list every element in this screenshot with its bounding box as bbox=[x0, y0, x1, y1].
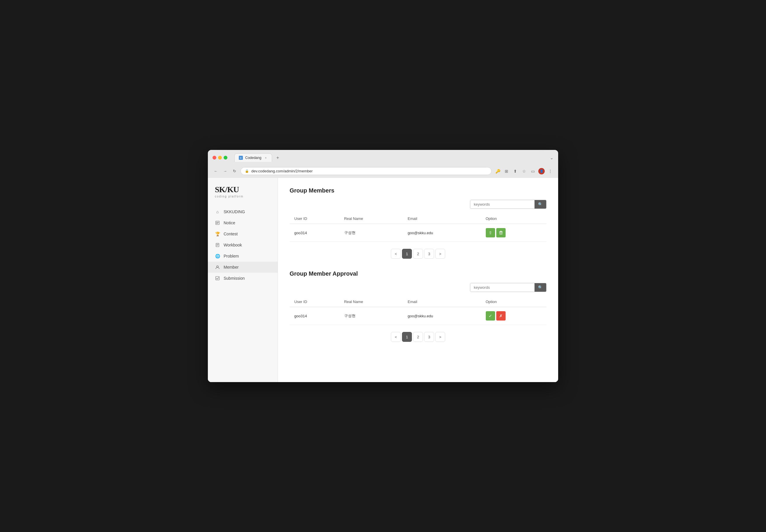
member-real-name: 구성현 bbox=[340, 224, 403, 242]
svg-rect-9 bbox=[216, 277, 219, 280]
approval-search-row: 🔍 bbox=[290, 283, 546, 292]
prev-page-button-1[interactable]: < bbox=[391, 249, 401, 259]
col-real-name-2: Real Name bbox=[340, 297, 403, 307]
app-container: SK/KU coding platform ⌂ SKKUDING bbox=[208, 178, 558, 382]
page-2-button-2[interactable]: 2 bbox=[413, 332, 423, 342]
approval-search-button[interactable]: 🔍 bbox=[534, 283, 546, 292]
tab-label: Codedang bbox=[245, 156, 261, 160]
notice-icon bbox=[215, 220, 220, 225]
approval-pagination: < 1 2 3 > bbox=[290, 332, 546, 342]
table-row: goo314 구성현 goo@skku.edu ✓ ✗ bbox=[290, 307, 546, 325]
logo-area: SK/KU coding platform bbox=[208, 185, 278, 206]
reload-button[interactable]: ↻ bbox=[231, 168, 238, 174]
sidebar-item-workbook[interactable]: Workbook bbox=[208, 239, 278, 251]
window-chevron-icon[interactable]: ⌄ bbox=[550, 155, 553, 160]
sidebar-item-skkuding[interactable]: ⌂ SKKUDING bbox=[208, 206, 278, 217]
group-members-search-button[interactable]: 🔍 bbox=[534, 200, 546, 209]
approval-table: User ID Real Name Email Option goo314 구성… bbox=[290, 297, 546, 325]
group-member-approval-title: Group Member Approval bbox=[290, 270, 546, 277]
table-row: goo314 구성현 goo@skku.edu ⇧ bbox=[290, 224, 546, 242]
trophy-icon: 🏆 bbox=[215, 231, 220, 237]
page-1-button-1[interactable]: 1 bbox=[402, 249, 412, 259]
traffic-lights bbox=[213, 156, 228, 160]
sidebar-item-problem[interactable]: 🌐 Problem bbox=[208, 251, 278, 262]
title-bar: C Codedang × + ⌄ bbox=[208, 150, 558, 165]
main-content: Group Members 🔍 User ID Real Name bbox=[278, 178, 558, 382]
browser-window: C Codedang × + ⌄ ← → ↻ 🔒 dev.codedang.co… bbox=[208, 150, 558, 382]
page-1-button-2[interactable]: 1 bbox=[402, 332, 412, 342]
sidebar-item-member[interactable]: Member bbox=[208, 262, 278, 273]
key-icon[interactable]: 🔑 bbox=[494, 168, 501, 174]
col-option-2: Option bbox=[481, 297, 547, 307]
minimize-button[interactable] bbox=[218, 156, 222, 160]
member-email: goo@skku.edu bbox=[403, 224, 481, 242]
address-bar: ← → ↻ 🔒 dev.codedang.com/admin/2/member … bbox=[208, 165, 558, 178]
bookmark-icon[interactable]: ☆ bbox=[521, 168, 527, 174]
group-members-pagination: < 1 2 3 > bbox=[290, 249, 546, 259]
col-email-1: Email bbox=[403, 213, 481, 224]
translate-icon[interactable]: ⊞ bbox=[503, 168, 510, 174]
active-tab[interactable]: C Codedang × bbox=[235, 153, 272, 162]
page-3-button-2[interactable]: 3 bbox=[424, 332, 434, 342]
sidebar-item-contest[interactable]: 🏆 Contest bbox=[208, 228, 278, 239]
sidebar-label-problem: Problem bbox=[224, 254, 239, 258]
search-icon: 🔍 bbox=[538, 202, 543, 207]
sidebar-label-skkuding: SKKUDING bbox=[224, 209, 245, 214]
tab-close-button[interactable]: × bbox=[264, 156, 268, 160]
forward-button[interactable]: → bbox=[222, 168, 228, 174]
approval-email: goo@skku.edu bbox=[403, 307, 481, 325]
delete-member-button[interactable] bbox=[496, 228, 506, 237]
svg-rect-11 bbox=[500, 231, 501, 232]
group-members-table: User ID Real Name Email Option goo314 구성… bbox=[290, 213, 546, 242]
logo-subtitle: coding platform bbox=[215, 195, 271, 198]
page-3-button-1[interactable]: 3 bbox=[424, 249, 434, 259]
next-page-button-1[interactable]: > bbox=[435, 249, 445, 259]
back-button[interactable]: ← bbox=[213, 168, 219, 174]
promote-button[interactable]: ⇧ bbox=[486, 228, 495, 237]
sidebar: SK/KU coding platform ⌂ SKKUDING bbox=[208, 178, 278, 382]
lock-icon: 🔒 bbox=[245, 169, 249, 173]
maximize-button[interactable] bbox=[224, 156, 228, 160]
sidebar-label-contest: Contest bbox=[224, 232, 238, 236]
col-email-2: Email bbox=[403, 297, 481, 307]
group-members-search-input[interactable] bbox=[470, 200, 534, 209]
sidebar-item-submission[interactable]: Submission bbox=[208, 273, 278, 284]
home-icon: ⌂ bbox=[215, 209, 220, 214]
col-real-name-1: Real Name bbox=[340, 213, 403, 224]
approve-button[interactable]: ✓ bbox=[486, 311, 495, 321]
approval-option-buttons: ✓ ✗ bbox=[486, 311, 542, 321]
approval-real-name: 구성현 bbox=[340, 307, 403, 325]
logo-text: SK/KU bbox=[215, 185, 271, 194]
search-icon-2: 🔍 bbox=[538, 285, 543, 290]
address-bar-icons: 🔑 ⊞ ⬆ ☆ ▭ 👤 ⋮ bbox=[494, 168, 553, 174]
sidebar-toggle-icon[interactable]: ▭ bbox=[529, 168, 536, 174]
next-page-button-2[interactable]: > bbox=[435, 332, 445, 342]
member-user-id: goo314 bbox=[290, 224, 340, 242]
member-option-buttons: ⇧ bbox=[486, 228, 542, 237]
member-icon bbox=[215, 265, 220, 270]
reject-button[interactable]: ✗ bbox=[496, 311, 506, 321]
approval-options: ✓ ✗ bbox=[481, 307, 547, 325]
group-members-search-row: 🔍 bbox=[290, 200, 546, 209]
approval-search-input[interactable] bbox=[470, 283, 534, 292]
profile-icon[interactable]: 👤 bbox=[538, 168, 545, 174]
globe-icon: 🌐 bbox=[215, 253, 220, 259]
close-button[interactable] bbox=[213, 156, 216, 160]
url-text: dev.codedang.com/admin/2/member bbox=[251, 169, 487, 173]
group-member-approval-section: Group Member Approval 🔍 User ID Real Nam… bbox=[290, 270, 546, 342]
sidebar-label-member: Member bbox=[224, 265, 239, 269]
share-icon[interactable]: ⬆ bbox=[512, 168, 518, 174]
sidebar-label-notice: Notice bbox=[224, 221, 235, 225]
submission-icon bbox=[215, 276, 220, 281]
page-2-button-1[interactable]: 2 bbox=[413, 249, 423, 259]
new-tab-button[interactable]: + bbox=[274, 155, 281, 161]
sidebar-nav: ⌂ SKKUDING Notice 🏆 bbox=[208, 206, 278, 284]
sidebar-label-submission: Submission bbox=[224, 276, 245, 281]
sidebar-item-notice[interactable]: Notice bbox=[208, 217, 278, 228]
approval-user-id: goo314 bbox=[290, 307, 340, 325]
prev-page-button-2[interactable]: < bbox=[391, 332, 401, 342]
tab-favicon: C bbox=[239, 156, 243, 160]
workbook-icon bbox=[215, 242, 220, 248]
menu-icon[interactable]: ⋮ bbox=[547, 168, 553, 174]
url-bar[interactable]: 🔒 dev.codedang.com/admin/2/member bbox=[241, 167, 492, 175]
